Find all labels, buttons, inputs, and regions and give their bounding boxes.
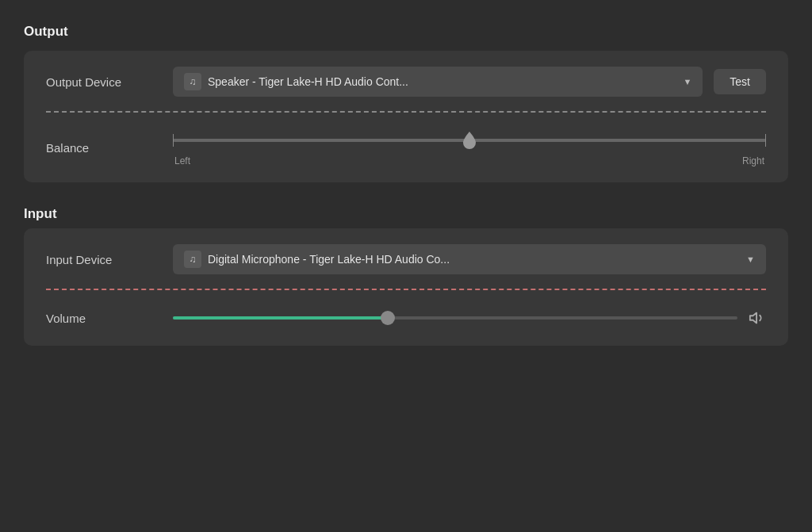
output-section-title: Output xyxy=(24,24,788,40)
input-device-controls: ♫ Digital Microphone - Tiger Lake-H HD A… xyxy=(173,244,766,274)
volume-label: Volume xyxy=(46,312,173,325)
output-section: Output Output Device ♫ Speaker - Tiger L… xyxy=(24,24,788,182)
output-device-dropdown[interactable]: ♫ Speaker - Tiger Lake-H HD Audio Cont..… xyxy=(173,67,703,97)
output-music-icon: ♫ xyxy=(184,73,201,90)
input-section: Input Input Device ♫ Digital Microphone … xyxy=(24,206,788,346)
input-music-icon: ♫ xyxy=(184,251,201,268)
output-device-row: Output Device ♫ Speaker - Tiger Lake-H H… xyxy=(24,51,788,113)
balance-left-label: Left xyxy=(174,155,190,166)
input-volume-row: Volume xyxy=(24,290,788,346)
input-device-text: Digital Microphone - Tiger Lake-H HD Aud… xyxy=(208,253,450,266)
input-device-dropdown[interactable]: ♫ Digital Microphone - Tiger Lake-H HD A… xyxy=(173,244,766,274)
balance-label: Balance xyxy=(46,141,173,155)
input-section-title: Input xyxy=(24,206,788,222)
volume-slider-wrap xyxy=(173,306,766,330)
volume-controls xyxy=(173,306,766,330)
output-chevron-icon: ▼ xyxy=(683,77,691,86)
output-device-label: Output Device xyxy=(46,75,173,89)
input-device-row: Input Device ♫ Digital Microphone - Tige… xyxy=(24,228,788,290)
input-card: Input Device ♫ Digital Microphone - Tige… xyxy=(24,228,788,346)
output-device-controls: ♫ Speaker - Tiger Lake-H HD Audio Cont..… xyxy=(173,67,766,97)
volume-icon-wrap xyxy=(749,309,766,327)
balance-controls: Left Right xyxy=(173,128,766,166)
output-card: Output Device ♫ Speaker - Tiger Lake-H H… xyxy=(24,51,788,182)
balance-right-label: Right xyxy=(742,155,764,166)
balance-container: Left Right xyxy=(173,128,766,166)
input-chevron-icon: ▼ xyxy=(746,255,755,264)
test-button[interactable]: Test xyxy=(714,69,766,94)
speaker-icon xyxy=(749,309,766,327)
svg-marker-0 xyxy=(750,313,756,323)
input-device-label: Input Device xyxy=(46,253,173,266)
output-device-text: Speaker - Tiger Lake-H HD Audio Cont... xyxy=(208,75,408,88)
output-balance-row: Balance xyxy=(24,113,788,182)
